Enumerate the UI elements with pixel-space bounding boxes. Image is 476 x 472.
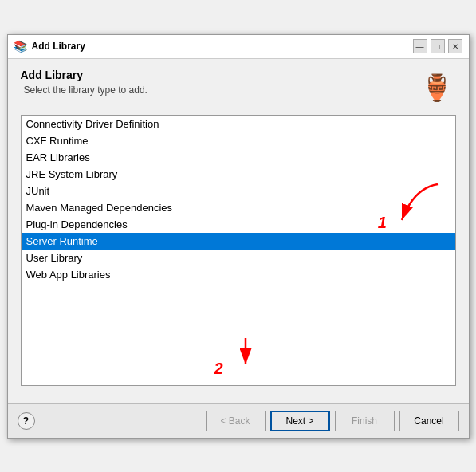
list-item[interactable]: Connectivity Driver Definition <box>22 116 455 132</box>
cancel-button[interactable]: Cancel <box>399 411 459 431</box>
dialog-title: Add Library <box>21 69 418 81</box>
dialog-subtitle: Select the library type to add. <box>21 85 418 96</box>
window-title: Add Library <box>32 41 413 52</box>
list-item[interactable]: CXF Runtime <box>22 132 455 149</box>
library-list[interactable]: Connectivity Driver DefinitionCXF Runtim… <box>21 115 456 386</box>
title-bar: 📚 Add Library — □ ✕ <box>8 35 469 59</box>
header-section: Add Library Select the library type to a… <box>21 69 456 107</box>
maximize-button[interactable]: □ <box>431 39 445 53</box>
list-item[interactable]: Server Runtime <box>22 233 455 250</box>
window-icon: 📚 <box>14 40 27 53</box>
finish-button[interactable]: Finish <box>335 411 395 431</box>
next-button[interactable]: Next > <box>270 411 330 431</box>
header-icon: 🏺 <box>418 69 456 107</box>
list-item[interactable]: Maven Managed Dependencies <box>22 199 455 216</box>
list-item[interactable]: JRE System Library <box>22 166 455 183</box>
window-controls: — □ ✕ <box>413 39 462 53</box>
list-item[interactable]: User Library <box>22 250 455 266</box>
close-button[interactable]: ✕ <box>448 39 462 53</box>
dialog-content: Add Library Select the library type to a… <box>8 59 469 403</box>
list-item[interactable]: EAR Libraries <box>22 149 455 166</box>
dialog-window: 📚 Add Library — □ ✕ Add Library Select t… <box>7 34 470 439</box>
back-button[interactable]: < Back <box>206 411 266 431</box>
footer-left: ? <box>18 412 35 430</box>
minimize-button[interactable]: — <box>413 39 427 53</box>
footer-section: ? < Back Next > Finish Cancel <box>8 403 469 438</box>
list-item[interactable]: Web App Libraries <box>22 266 455 283</box>
header-text: Add Library Select the library type to a… <box>21 69 418 96</box>
footer-buttons: < Back Next > Finish Cancel <box>206 411 459 431</box>
list-item[interactable]: Plug-in Dependencies <box>22 216 455 233</box>
list-item[interactable]: JUnit <box>22 183 455 199</box>
help-button[interactable]: ? <box>18 412 35 430</box>
